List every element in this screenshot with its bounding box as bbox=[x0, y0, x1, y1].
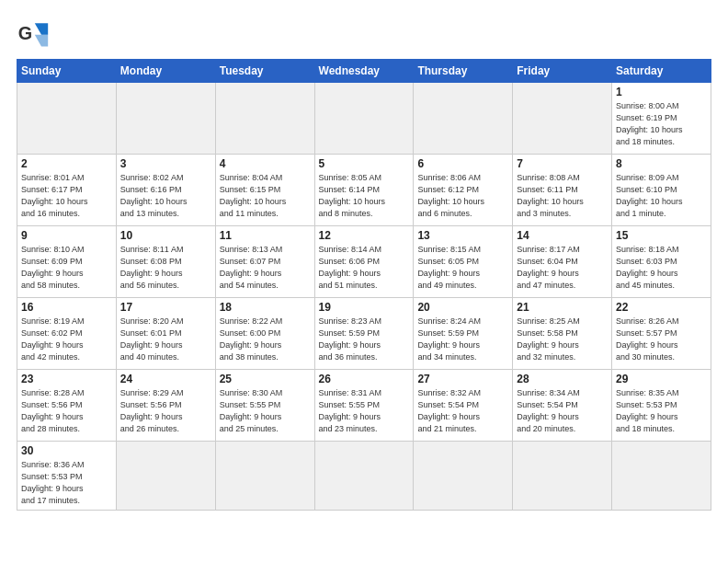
calendar-day-cell: 8Sunrise: 8:09 AM Sunset: 6:10 PM Daylig… bbox=[612, 155, 711, 226]
day-info: Sunrise: 8:09 AM Sunset: 6:10 PM Dayligh… bbox=[616, 172, 707, 220]
day-info: Sunrise: 8:05 AM Sunset: 6:14 PM Dayligh… bbox=[319, 172, 410, 220]
day-number: 18 bbox=[220, 301, 311, 314]
day-number: 27 bbox=[417, 373, 508, 385]
day-info: Sunrise: 8:28 AM Sunset: 5:56 PM Dayligh… bbox=[21, 387, 112, 435]
calendar-week-row: 2Sunrise: 8:01 AM Sunset: 6:17 PM Daylig… bbox=[17, 155, 711, 226]
calendar-day-cell: 5Sunrise: 8:05 AM Sunset: 6:14 PM Daylig… bbox=[314, 155, 414, 226]
calendar-day-cell bbox=[116, 83, 215, 155]
day-number: 11 bbox=[220, 229, 311, 242]
day-number: 22 bbox=[616, 301, 707, 314]
day-number: 16 bbox=[21, 301, 112, 314]
logo-icon: G bbox=[17, 17, 50, 50]
day-number: 10 bbox=[120, 229, 211, 242]
calendar-day-cell: 23Sunrise: 8:28 AM Sunset: 5:56 PM Dayli… bbox=[17, 370, 117, 442]
day-info: Sunrise: 8:11 AM Sunset: 6:08 PM Dayligh… bbox=[120, 244, 211, 292]
weekday-header: Saturday bbox=[612, 60, 711, 83]
day-info: Sunrise: 8:31 AM Sunset: 5:55 PM Dayligh… bbox=[319, 387, 410, 435]
day-number: 23 bbox=[21, 373, 112, 385]
calendar-table: SundayMondayTuesdayWednesdayThursdayFrid… bbox=[17, 59, 711, 511]
day-info: Sunrise: 8:10 AM Sunset: 6:09 PM Dayligh… bbox=[21, 244, 112, 292]
day-number: 29 bbox=[616, 373, 707, 385]
day-info: Sunrise: 8:30 AM Sunset: 5:55 PM Dayligh… bbox=[220, 387, 311, 435]
calendar-day-cell: 7Sunrise: 8:08 AM Sunset: 6:11 PM Daylig… bbox=[513, 155, 612, 226]
day-number: 3 bbox=[120, 157, 211, 170]
day-number: 7 bbox=[517, 157, 608, 170]
calendar-day-cell bbox=[116, 442, 215, 511]
calendar-day-cell: 18Sunrise: 8:22 AM Sunset: 6:00 PM Dayli… bbox=[215, 298, 314, 370]
day-info: Sunrise: 8:26 AM Sunset: 5:57 PM Dayligh… bbox=[616, 316, 707, 363]
day-info: Sunrise: 8:20 AM Sunset: 6:01 PM Dayligh… bbox=[120, 316, 211, 363]
calendar-week-row: 1Sunrise: 8:00 AM Sunset: 6:19 PM Daylig… bbox=[17, 83, 711, 155]
day-info: Sunrise: 8:15 AM Sunset: 6:05 PM Dayligh… bbox=[417, 244, 508, 292]
calendar-day-cell: 11Sunrise: 8:13 AM Sunset: 6:07 PM Dayli… bbox=[215, 226, 314, 298]
svg-text:G: G bbox=[18, 23, 32, 43]
calendar-day-cell: 29Sunrise: 8:35 AM Sunset: 5:53 PM Dayli… bbox=[612, 370, 711, 442]
day-number: 5 bbox=[319, 157, 410, 170]
calendar-day-cell bbox=[513, 83, 612, 155]
weekday-header: Wednesday bbox=[314, 60, 414, 83]
day-info: Sunrise: 8:17 AM Sunset: 6:04 PM Dayligh… bbox=[517, 244, 608, 292]
day-number: 14 bbox=[517, 229, 608, 242]
calendar-day-cell: 9Sunrise: 8:10 AM Sunset: 6:09 PM Daylig… bbox=[17, 226, 117, 298]
calendar-week-row: 23Sunrise: 8:28 AM Sunset: 5:56 PM Dayli… bbox=[17, 370, 711, 442]
weekday-header: Monday bbox=[116, 60, 215, 83]
header: G bbox=[17, 17, 711, 50]
weekday-header: Tuesday bbox=[215, 60, 314, 83]
calendar-day-cell: 10Sunrise: 8:11 AM Sunset: 6:08 PM Dayli… bbox=[116, 226, 215, 298]
day-info: Sunrise: 8:04 AM Sunset: 6:15 PM Dayligh… bbox=[220, 172, 311, 220]
weekday-header: Friday bbox=[513, 60, 612, 83]
calendar-day-cell: 4Sunrise: 8:04 AM Sunset: 6:15 PM Daylig… bbox=[215, 155, 314, 226]
calendar-day-cell bbox=[215, 83, 314, 155]
day-number: 15 bbox=[616, 229, 707, 242]
calendar-day-cell: 27Sunrise: 8:32 AM Sunset: 5:54 PM Dayli… bbox=[414, 370, 513, 442]
day-number: 4 bbox=[220, 157, 311, 170]
calendar-day-cell: 3Sunrise: 8:02 AM Sunset: 6:16 PM Daylig… bbox=[116, 155, 215, 226]
calendar-day-cell: 26Sunrise: 8:31 AM Sunset: 5:55 PM Dayli… bbox=[314, 370, 414, 442]
calendar-day-cell bbox=[17, 83, 117, 155]
calendar-day-cell: 24Sunrise: 8:29 AM Sunset: 5:56 PM Dayli… bbox=[116, 370, 215, 442]
day-info: Sunrise: 8:06 AM Sunset: 6:12 PM Dayligh… bbox=[417, 172, 508, 220]
calendar-day-cell bbox=[314, 83, 414, 155]
day-info: Sunrise: 8:01 AM Sunset: 6:17 PM Dayligh… bbox=[21, 172, 112, 220]
day-info: Sunrise: 8:23 AM Sunset: 5:59 PM Dayligh… bbox=[319, 316, 410, 363]
calendar-day-cell: 14Sunrise: 8:17 AM Sunset: 6:04 PM Dayli… bbox=[513, 226, 612, 298]
calendar-day-cell bbox=[612, 442, 711, 511]
svg-marker-1 bbox=[35, 23, 48, 35]
day-info: Sunrise: 8:24 AM Sunset: 5:59 PM Dayligh… bbox=[417, 316, 508, 363]
page: G SundayMondayTuesdayWednesdayThursdayFr… bbox=[0, 0, 728, 563]
weekday-header: Thursday bbox=[414, 60, 513, 83]
calendar-day-cell: 20Sunrise: 8:24 AM Sunset: 5:59 PM Dayli… bbox=[414, 298, 513, 370]
day-info: Sunrise: 8:02 AM Sunset: 6:16 PM Dayligh… bbox=[120, 172, 211, 220]
calendar-header: SundayMondayTuesdayWednesdayThursdayFrid… bbox=[17, 60, 711, 83]
day-info: Sunrise: 8:13 AM Sunset: 6:07 PM Dayligh… bbox=[220, 244, 311, 292]
day-info: Sunrise: 8:25 AM Sunset: 5:58 PM Dayligh… bbox=[517, 316, 608, 363]
day-info: Sunrise: 8:19 AM Sunset: 6:02 PM Dayligh… bbox=[21, 316, 112, 363]
day-number: 6 bbox=[417, 157, 508, 170]
day-number: 20 bbox=[417, 301, 508, 314]
day-info: Sunrise: 8:32 AM Sunset: 5:54 PM Dayligh… bbox=[417, 387, 508, 435]
calendar-day-cell: 2Sunrise: 8:01 AM Sunset: 6:17 PM Daylig… bbox=[17, 155, 117, 226]
calendar-day-cell: 6Sunrise: 8:06 AM Sunset: 6:12 PM Daylig… bbox=[414, 155, 513, 226]
calendar-week-row: 9Sunrise: 8:10 AM Sunset: 6:09 PM Daylig… bbox=[17, 226, 711, 298]
day-info: Sunrise: 8:22 AM Sunset: 6:00 PM Dayligh… bbox=[220, 316, 311, 363]
calendar-day-cell: 28Sunrise: 8:34 AM Sunset: 5:54 PM Dayli… bbox=[513, 370, 612, 442]
logo: G bbox=[17, 17, 55, 50]
calendar-week-row: 30Sunrise: 8:36 AM Sunset: 5:53 PM Dayli… bbox=[17, 442, 711, 511]
calendar-day-cell: 17Sunrise: 8:20 AM Sunset: 6:01 PM Dayli… bbox=[116, 298, 215, 370]
calendar-week-row: 16Sunrise: 8:19 AM Sunset: 6:02 PM Dayli… bbox=[17, 298, 711, 370]
calendar-day-cell: 25Sunrise: 8:30 AM Sunset: 5:55 PM Dayli… bbox=[215, 370, 314, 442]
calendar-day-cell: 16Sunrise: 8:19 AM Sunset: 6:02 PM Dayli… bbox=[17, 298, 117, 370]
day-info: Sunrise: 8:14 AM Sunset: 6:06 PM Dayligh… bbox=[319, 244, 410, 292]
day-info: Sunrise: 8:36 AM Sunset: 5:53 PM Dayligh… bbox=[21, 459, 112, 507]
day-info: Sunrise: 8:34 AM Sunset: 5:54 PM Dayligh… bbox=[517, 387, 608, 435]
day-number: 9 bbox=[21, 229, 112, 242]
calendar-day-cell: 19Sunrise: 8:23 AM Sunset: 5:59 PM Dayli… bbox=[314, 298, 414, 370]
day-number: 30 bbox=[21, 444, 112, 457]
calendar-day-cell bbox=[414, 442, 513, 511]
calendar-day-cell bbox=[513, 442, 612, 511]
calendar-day-cell: 12Sunrise: 8:14 AM Sunset: 6:06 PM Dayli… bbox=[314, 226, 414, 298]
svg-marker-2 bbox=[35, 35, 48, 47]
day-info: Sunrise: 8:08 AM Sunset: 6:11 PM Dayligh… bbox=[517, 172, 608, 220]
day-number: 28 bbox=[517, 373, 608, 385]
calendar-day-cell bbox=[414, 83, 513, 155]
